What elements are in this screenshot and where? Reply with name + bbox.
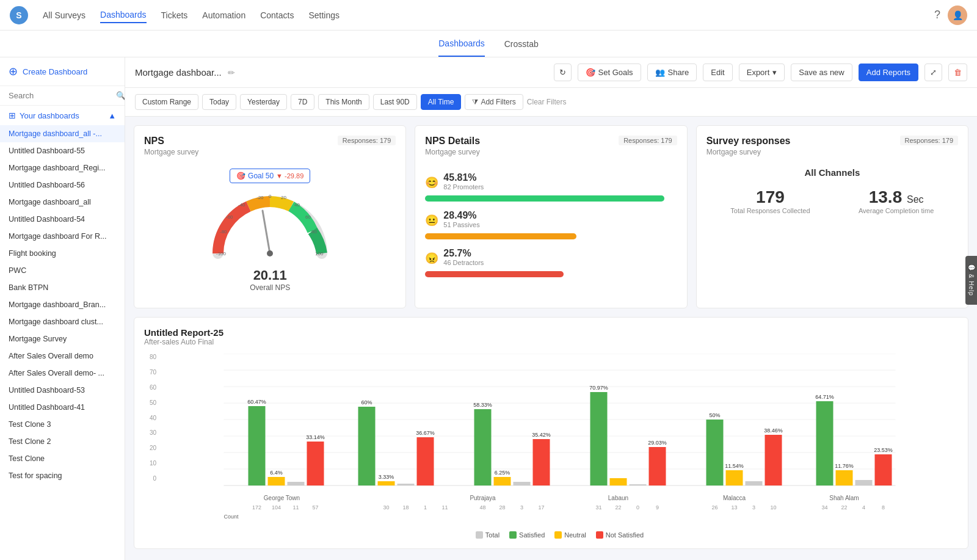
y-label-80: 80: [144, 354, 156, 360]
sidebar-item-0[interactable]: Mortgage dashboard_all -...: [0, 125, 125, 142]
svg-text:3.33%: 3.33%: [379, 474, 394, 480]
sidebar-item-2[interactable]: Mortgage dashboard_Regi...: [0, 159, 125, 176]
sidebar-item-19[interactable]: Test Clone: [0, 450, 125, 467]
sidebar-item-9[interactable]: Bank BTPN: [0, 279, 125, 296]
avg-completion-label: Average Completion time: [859, 207, 934, 214]
survey-responses-subtitle: Mortgage survey: [706, 148, 791, 156]
sub-nav-crosstab[interactable]: Crosstab: [504, 32, 539, 56]
bar: [494, 477, 511, 485]
nps-details-subtitle: Mortgage survey: [425, 148, 480, 156]
sidebar-item-7[interactable]: Flight booking: [0, 245, 125, 262]
bar: [474, 409, 492, 485]
filter-yesterday[interactable]: Yesterday: [240, 94, 287, 110]
filter-this-month[interactable]: This Month: [318, 94, 369, 110]
sidebar-item-5[interactable]: Untitled Dashboard-54: [0, 211, 125, 228]
sidebar-item-3[interactable]: Untitled Dashboard-56: [0, 176, 125, 194]
y-label-20: 20: [144, 445, 156, 451]
filter-last-90d[interactable]: Last 90D: [373, 94, 417, 110]
add-filters-label: Add Filters: [481, 98, 515, 106]
export-chevron-icon: ▾: [772, 68, 777, 77]
filter-custom-range[interactable]: Custom Range: [135, 94, 198, 110]
refresh-button[interactable]: ↻: [554, 64, 572, 81]
clear-filters-button[interactable]: Clear Filters: [527, 98, 567, 106]
dashboard-list-icon: ⊞: [9, 111, 16, 120]
nps-card: NPS Mortgage survey Responses: 179 🎯 Goa…: [134, 125, 406, 308]
edit-button[interactable]: Edit: [703, 64, 732, 81]
sidebar-item-18[interactable]: Test Clone 2: [0, 433, 125, 450]
sidebar-item-10[interactable]: Mortgage dashboard_Bran...: [0, 296, 125, 313]
sidebar-item-15[interactable]: Untitled Dashboard-53: [0, 382, 125, 399]
avg-completion-number: 13.8: [869, 187, 903, 206]
sidebar-item-20[interactable]: Test for spacing: [0, 467, 125, 484]
sidebar-item-4[interactable]: Mortgage dashboard_all: [0, 194, 125, 211]
sidebar-item-14[interactable]: After Sales Overall demo- ...: [0, 365, 125, 382]
filter-today[interactable]: Today: [202, 94, 236, 110]
legend-satisfied: Satisfied: [509, 531, 545, 539]
filter-all-time[interactable]: All Time: [421, 94, 462, 110]
svg-text:38.46%: 38.46%: [764, 427, 783, 434]
legend-satisfied-label: Satisfied: [519, 531, 545, 539]
svg-text:36.67%: 36.67%: [416, 430, 435, 436]
nav-dashboards[interactable]: Dashboards: [100, 7, 147, 23]
export-label: Export: [747, 68, 770, 77]
search-input[interactable]: [9, 91, 111, 100]
nav-tickets[interactable]: Tickets: [161, 8, 188, 23]
nav-settings[interactable]: Settings: [308, 8, 340, 23]
svg-text:1: 1: [424, 504, 427, 511]
add-filters-button[interactable]: ⧩ Add Filters: [465, 94, 523, 110]
edit-pencil-icon[interactable]: ✏: [228, 68, 235, 78]
sidebar-item-16[interactable]: Untitled Dashboard-41: [0, 399, 125, 416]
plus-icon: ⊕: [9, 65, 18, 78]
svg-text:60%: 60%: [361, 399, 372, 405]
svg-text:10: 10: [770, 504, 776, 511]
svg-text:George Town: George Town: [264, 495, 300, 501]
sidebar-item-11[interactable]: Mortgage dashboard clust...: [0, 313, 125, 330]
survey-responses-badge: Responses: 179: [900, 136, 959, 145]
chevron-up-icon: ▲: [108, 111, 116, 120]
sub-nav: Dashboards Crosstab: [0, 31, 977, 57]
feedback-tab[interactable]: 💬 & Help: [965, 256, 977, 305]
avatar[interactable]: 👤: [948, 5, 967, 25]
promoters-pct: 45.81%: [443, 172, 484, 183]
sidebar-item-17[interactable]: Test Clone 3: [0, 416, 125, 433]
sidebar-item-6[interactable]: Mortgage dashboard For R...: [0, 228, 125, 245]
legend-total-color: [476, 531, 483, 539]
bar: [590, 392, 608, 485]
svg-text:29.03%: 29.03%: [648, 440, 667, 446]
y-label-40: 40: [144, 415, 156, 421]
avg-completion-value: 13.8 Sec: [859, 187, 934, 207]
top-nav: S All Surveys Dashboards Tickets Automat…: [0, 0, 977, 31]
bar-chart-card: Untitled Report-25 After-sales Auto Fina…: [134, 317, 968, 549]
total-responses-metric: 179 Total Responses Collected: [730, 187, 810, 214]
svg-text:60: 60: [305, 214, 311, 220]
set-goals-button[interactable]: 🎯 Set Goals: [578, 64, 641, 81]
add-reports-button[interactable]: Add Reports: [859, 64, 918, 81]
share-button[interactable]: 👥 Share: [647, 64, 697, 81]
bar: [630, 484, 647, 485]
save-as-new-button[interactable]: Save as new: [791, 64, 852, 81]
cards-row: NPS Mortgage survey Responses: 179 🎯 Goa…: [134, 125, 968, 308]
nav-contacts[interactable]: Contacts: [260, 8, 294, 23]
detractors-pct: 25.7%: [443, 248, 484, 259]
survey-responses-card: Survey responses Mortgage survey Respons…: [696, 125, 968, 308]
chart-area: 80 70 60 50 40 30 20 10 0: [144, 354, 958, 539]
nav-all-surveys[interactable]: All Surveys: [43, 8, 85, 23]
expand-button[interactable]: ⤢: [924, 64, 942, 81]
bar: [288, 482, 305, 485]
legend-neutral: Neutral: [554, 531, 586, 539]
export-button[interactable]: Export ▾: [739, 64, 785, 81]
help-icon[interactable]: ?: [934, 9, 940, 21]
create-dashboard-button[interactable]: ⊕ Create Dashboard: [0, 57, 125, 86]
sidebar-item-12[interactable]: Mortgage Survey: [0, 330, 125, 347]
sub-nav-dashboards[interactable]: Dashboards: [438, 31, 485, 57]
set-goals-label: Set Goals: [598, 68, 633, 77]
filter-7d[interactable]: 7D: [291, 94, 314, 110]
chart-svg-container: 60.47% 6.4% 33.14% George Town 172 104 1…: [161, 354, 958, 539]
nav-automation[interactable]: Automation: [202, 8, 245, 23]
delete-button[interactable]: 🗑: [948, 64, 967, 81]
sidebar-item-1[interactable]: Untitled Dashboard-55: [0, 142, 125, 159]
sidebar-item-13[interactable]: After Sales Overall demo: [0, 347, 125, 365]
bar: [533, 439, 550, 485]
sidebar-item-8[interactable]: PWC: [0, 262, 125, 279]
your-dashboards-section[interactable]: ⊞ Your dashboards ▲: [0, 106, 125, 125]
